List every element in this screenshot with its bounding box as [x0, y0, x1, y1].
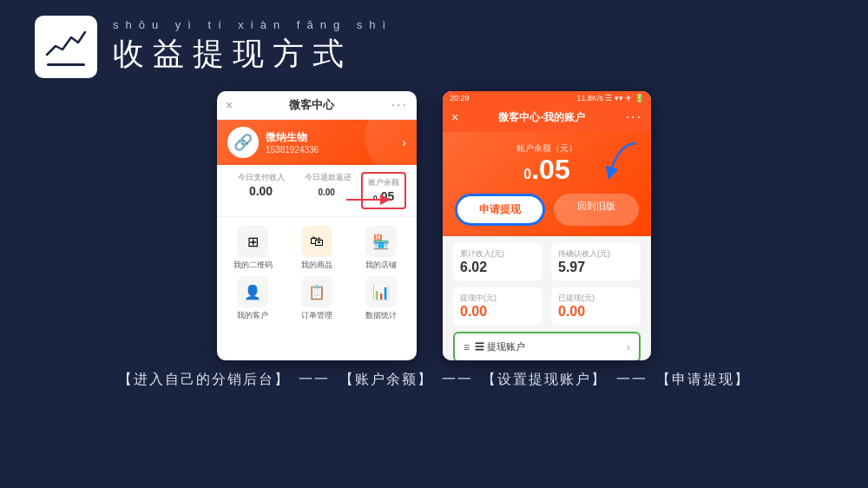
rp-signal-icons: 11.8K/s ☰ ▾▾ ✈ 🔋 [576, 94, 644, 102]
rp-settled-value: 0.00 [558, 304, 634, 320]
logo-icon [35, 16, 97, 78]
lp-icon-goods: 🛍 我的商品 [288, 226, 345, 271]
lp-header: × 微客中心 ··· [217, 91, 417, 120]
lp-icon-stats: 📊 数据统计 [352, 276, 410, 321]
rp-action-buttons: 申请提现 回到旧版 [455, 194, 639, 226]
lp-close-icon: × [226, 98, 233, 112]
bottom-instructions: 【进入自己的分销后台】 一一 【账户余额】 一一 【设置提现账户】 一一 【申请… [0, 360, 868, 389]
rp-processing-card: 提现中(元) 0.00 [453, 287, 542, 325]
lp-user-name: 微纳生物 [266, 130, 319, 145]
page-header: shōu yì tí xiàn fāng shì 收益提现方式 [0, 0, 868, 87]
rp-setup-account-row[interactable]: ≡ ☰ 提现账户 › [453, 332, 641, 360]
rp-pending-value: 5.97 [558, 260, 634, 275]
lp-banner: 🔗 微纳生物 15381924336 › [217, 120, 417, 165]
lp-store-icon: 🏪 [365, 226, 397, 257]
lp-user-phone: 15381924336 [266, 145, 319, 155]
lp-payment-value: 0.00 [249, 184, 273, 198]
lp-user-info: 微纳生物 15381924336 [266, 130, 319, 155]
lp-store-label: 我的店铺 [365, 260, 397, 271]
lp-orders-label: 订单管理 [301, 310, 332, 321]
rp-menu-dots: ··· [626, 109, 642, 125]
rp-banner: 账户余额（元） 0.05 申请提现 回到旧版 [443, 132, 651, 236]
rp-pending-label: 待确认收入(元) [558, 248, 634, 260]
lp-refund-label: 今日退款返还 [294, 172, 361, 183]
lp-banner-arrow: › [402, 135, 406, 149]
lp-stats-row: 今日支付收入 0.00 今日退款返还 0.00 [217, 165, 417, 217]
rp-stats-row2: 提现中(元) 0.00 已提现(元) 0.00 [453, 287, 641, 325]
lp-goods-label: 我的商品 [301, 260, 332, 271]
lp-refund-value: 0.00 [318, 188, 337, 197]
rp-processing-label: 提现中(元) [460, 293, 536, 304]
blue-arrow-annotation [593, 139, 641, 187]
rp-close-icon: × [451, 110, 458, 124]
step4-text: 申请提现 [672, 372, 734, 386]
rp-setup-icon: ≡ [464, 341, 470, 353]
right-phone-screenshot: 20:29 11.8K/s ☰ ▾▾ ✈ 🔋 × 微客中心-我的账户 ··· 账… [443, 91, 651, 360]
lp-qrcode-icon: ⊞ [237, 226, 268, 257]
rp-setup-label: ☰ 提现账户 [475, 340, 525, 353]
lp-title: 微客中心 [289, 97, 334, 113]
lp-orders-icon: 📋 [301, 276, 332, 307]
rp-stats-row1: 累计收入(元) 6.02 待确认收入(元) 5.97 [453, 243, 641, 280]
lp-icon-qrcode: ⊞ 我的二维码 [224, 226, 281, 271]
lp-avatar: 🔗 [227, 127, 259, 158]
rp-content: 累计收入(元) 6.02 待确认收入(元) 5.97 提现中(元) 0.00 已… [443, 236, 651, 360]
lp-icons-grid-row1: ⊞ 我的二维码 🛍 我的商品 🏪 我的店铺 [217, 217, 417, 276]
rp-header: × 微客中心-我的账户 ··· [443, 105, 651, 132]
lp-menu-dots: ··· [391, 97, 408, 113]
lp-customers-label: 我的客户 [237, 310, 268, 321]
title-block: shōu yì tí xiàn fāng shì 收益提现方式 [113, 18, 392, 76]
rp-cumulative-card: 累计收入(元) 6.02 [453, 243, 542, 280]
rp-cumulative-value: 6.02 [460, 260, 536, 275]
red-arrow-annotation [346, 191, 394, 210]
lp-qrcode-label: 我的二维码 [233, 260, 273, 271]
lp-goods-icon: 🛍 [301, 226, 332, 257]
lp-balance-label: 账户余额 [368, 177, 399, 188]
lp-customers-icon: 👤 [237, 276, 268, 307]
phones-area: × 微客中心 ··· 🔗 微纳生物 15381924336 › 今日支付收入 0… [0, 91, 868, 360]
lp-icon-store: 🏪 我的店铺 [352, 226, 410, 271]
rp-title: 微客中心-我的账户 [498, 110, 585, 125]
lp-stats-label: 数据统计 [365, 310, 397, 321]
lp-stats-icon: 📊 [365, 276, 397, 307]
logo-underline [47, 63, 85, 66]
rp-settled-label: 已提现(元) [558, 293, 634, 304]
chart-icon [45, 29, 87, 60]
step3-text: 设置提现账户 [497, 372, 591, 386]
left-phone-screenshot: × 微客中心 ··· 🔗 微纳生物 15381924336 › 今日支付收入 0… [217, 91, 417, 360]
rp-time: 20:29 [450, 94, 470, 102]
rp-cumulative-label: 累计收入(元) [460, 248, 536, 260]
lp-icons-grid-row2: 👤 我的客户 📋 订单管理 📊 数据统计 [217, 276, 417, 330]
rp-withdraw-button[interactable]: 申请提现 [455, 194, 545, 226]
lp-payment-label: 今日支付收入 [227, 172, 294, 183]
step1-text: 进入自己的分销后台 [134, 372, 274, 386]
rp-setup-arrow: › [627, 341, 630, 353]
lp-icon-customers: 👤 我的客户 [224, 276, 281, 321]
title-pinyin: shōu yì tí xiàn fāng shì [113, 18, 392, 31]
lp-icon-orders: 📋 订单管理 [288, 276, 345, 321]
rp-statusbar: 20:29 11.8K/s ☰ ▾▾ ✈ 🔋 [443, 91, 651, 105]
page-title: 收益提现方式 [113, 33, 392, 76]
rp-old-version-button[interactable]: 回到旧版 [554, 194, 639, 226]
lp-stat-refund: 今日退款返还 0.00 [294, 172, 361, 209]
rp-processing-value: 0.00 [460, 304, 536, 320]
lp-stat-payment: 今日支付收入 0.00 [227, 172, 294, 209]
step2-text: 账户余额 [355, 372, 418, 386]
rp-settled-card: 已提现(元) 0.00 [551, 287, 641, 325]
rp-pending-card: 待确认收入(元) 5.97 [551, 243, 641, 280]
